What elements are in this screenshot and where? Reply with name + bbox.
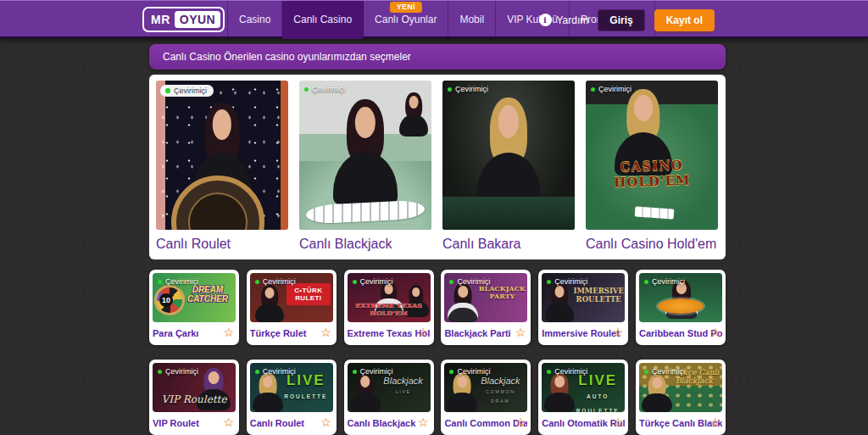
game-art: Çevirimiçi Blackjack COMMON DRAW xyxy=(444,363,527,412)
online-dot-icon xyxy=(353,370,357,374)
art-logo-text: EXTREME TEXAS HOLD'EM xyxy=(348,302,431,317)
game-card-canli-common-draw-blackjack[interactable]: Çevirimiçi Blackjack COMMON DRAW Canlı C… xyxy=(441,360,531,435)
game-card-canli-roulet[interactable]: Çevirimiçi LIVE ROULETTE Canlı Roulet ☆ xyxy=(247,360,337,435)
help-link[interactable]: i Yardım xyxy=(539,14,589,26)
featured-tile-canli-blackjack[interactable]: Çevirimiçi Canlı Blackjack xyxy=(299,81,431,259)
game-card-immersive-roulet[interactable]: Çevirimiçi IMMERSIVE ROULETTE Immersive … xyxy=(538,270,628,345)
game-title: Canlı Blackjack xyxy=(299,237,431,252)
nav-item-canli-casino[interactable]: Canlı Casino xyxy=(282,1,364,39)
nav-item-label: Canlı Oyunlar xyxy=(375,14,437,25)
online-badge: Çevirimiçi xyxy=(547,277,587,286)
game-card-extreme-texas-holdem[interactable]: Çevirimiçi EXTREME TEXAS HOLD'EM Extreme… xyxy=(344,270,434,345)
banner-text: Canlı Casino Önerilen casino oyunlarımız… xyxy=(163,51,411,63)
game-title: Canlı Casino Hold'em xyxy=(586,237,718,252)
game-card-blackjack-parti[interactable]: Çevirimiçi BLACKJACK PARTY Blackjack Par… xyxy=(441,270,531,345)
game-art: Çevirimiçi Türkçe Canlı Blackjack xyxy=(639,363,722,412)
dealer-figure xyxy=(350,373,381,412)
dealer-figure xyxy=(255,285,284,322)
game-card-vip-roulet[interactable]: Çevirimiçi VIP Roulette VIP Roulet ☆ xyxy=(149,360,239,435)
nav-item-mobil[interactable]: Mobil xyxy=(448,1,496,39)
game-art: Çevirimiçi xyxy=(639,273,722,322)
online-dot-icon xyxy=(304,87,309,92)
online-badge: Çevirimiçi xyxy=(158,277,198,286)
favorite-star-icon[interactable]: ☆ xyxy=(709,416,721,428)
online-dot-icon xyxy=(158,280,162,284)
featured-games-card: Çevirimiçi Canlı Roulet Çevirimiçi xyxy=(149,75,726,259)
game-art: Çevirimiçi LIVE AUTO ROULETTE xyxy=(542,363,625,412)
online-dot-icon xyxy=(165,88,170,93)
favorite-star-icon[interactable]: ☆ xyxy=(320,326,331,338)
online-dot-icon xyxy=(644,370,648,374)
art-logo-text: C•TÜRK RULETI xyxy=(287,283,331,305)
game-title: Canlı Bakara xyxy=(442,237,575,252)
game-card-canli-otomatik-rulet[interactable]: Çevirimiçi LIVE AUTO ROULETTE Canlı Otom… xyxy=(538,360,628,435)
favorite-star-icon[interactable]: ☆ xyxy=(709,326,721,338)
featured-tile-canli-roulet[interactable]: Çevirimiçi Canlı Roulet xyxy=(156,81,288,259)
online-dot-icon xyxy=(591,87,595,92)
wheel-number: 10 xyxy=(159,293,173,307)
favorite-star-icon[interactable]: ☆ xyxy=(613,416,624,428)
nav-item-canli-oyunlar[interactable]: YENİ Canlı Oyunlar xyxy=(364,1,448,39)
online-dot-icon xyxy=(547,370,551,374)
online-dot-icon xyxy=(255,280,259,284)
help-label: Yardım xyxy=(557,14,589,26)
online-badge: Çevirimiçi xyxy=(255,367,296,376)
favorite-star-icon[interactable]: ☆ xyxy=(515,326,526,338)
favorite-star-icon[interactable]: ☆ xyxy=(223,326,234,338)
online-dot-icon xyxy=(448,87,452,92)
art-logo-text: IMMERSIVE ROULETTE xyxy=(573,287,624,304)
online-badge: Çevirimiçi xyxy=(449,277,490,286)
games-row-2: Çevirimiçi VIP Roulette VIP Roulet ☆ Çev… xyxy=(149,360,726,435)
game-card-para-carki[interactable]: Çevirimiçi 10 DREAM CATCHER Para Çarkı ☆ xyxy=(149,270,239,345)
online-badge: Çevirimiçi xyxy=(160,85,214,97)
game-card-canli-blackjack[interactable]: Çevirimiçi Blackjack LIVE Canlı Blackjac… xyxy=(344,360,434,435)
dealer-figure xyxy=(447,373,477,412)
game-art: Çevirimiçi BLACKJACK PARTY xyxy=(444,273,527,322)
favorite-star-icon[interactable]: ☆ xyxy=(515,416,526,428)
favorite-star-icon[interactable]: ☆ xyxy=(223,416,234,428)
featured-tile-canli-casino-holdem[interactable]: Çevirimiçi CASINO HOLD'EM Canlı Casino H… xyxy=(586,81,718,259)
game-card-turkce-rulet[interactable]: Çevirimiçi C•TÜRK RULETI Türkçe Rulet ☆ xyxy=(247,270,337,345)
dealer-figure xyxy=(476,98,541,208)
art-logo-text: DREAM CATCHER xyxy=(181,285,234,304)
dealer-figure xyxy=(253,373,283,412)
brand-logo[interactable]: MR OYUN xyxy=(142,7,225,32)
online-dot-icon xyxy=(353,280,357,284)
favorite-star-icon[interactable]: ☆ xyxy=(418,326,429,338)
game-art: Çevirimiçi IMMERSIVE ROULETTE xyxy=(542,273,625,322)
nav-item-casino[interactable]: Casino xyxy=(227,1,282,39)
favorite-star-icon[interactable]: ☆ xyxy=(613,326,624,338)
game-card-caribbean-stud-poker[interactable]: Çevirimiçi Caribbean Stud Poker ☆ xyxy=(636,270,726,345)
online-dot-icon xyxy=(449,370,453,374)
game-title: Canlı Roulet xyxy=(156,237,288,252)
logo-oyun: OYUN xyxy=(175,11,220,28)
online-badge: Çevirimiçi xyxy=(591,85,632,93)
art-logo-text: LIVE AUTO ROULETTE xyxy=(573,373,622,412)
register-button[interactable]: Kayıt ol xyxy=(654,9,715,31)
featured-tile-canli-bakara[interactable]: Çevirimiçi Canlı Bakara xyxy=(442,81,575,259)
dealer-figure xyxy=(448,283,478,322)
dealer-figure xyxy=(544,373,575,412)
online-dot-icon xyxy=(255,370,259,374)
game-art: Çevirimiçi CASINO HOLD'EM xyxy=(586,81,718,230)
game-art: Çevirimiçi 10 DREAM CATCHER xyxy=(153,273,236,322)
online-badge: Çevirimiçi xyxy=(644,277,685,286)
online-badge: Çevirimiçi xyxy=(547,367,587,376)
online-dot-icon xyxy=(644,280,648,284)
new-badge: YENİ xyxy=(390,2,422,13)
art-logo-text: Blackjack LIVE xyxy=(378,376,429,397)
art-logo-text: VIP Roulette xyxy=(154,393,234,405)
online-badge: Çevirimiçi xyxy=(304,85,345,93)
info-icon: i xyxy=(539,14,552,26)
games-row-1: Çevirimiçi 10 DREAM CATCHER Para Çarkı ☆… xyxy=(149,270,726,345)
favorite-star-icon[interactable]: ☆ xyxy=(418,416,429,428)
top-navbar: MR OYUN Casino Canlı Casino YENİ Canlı O… xyxy=(0,0,868,38)
login-button[interactable]: Giriş xyxy=(598,9,644,31)
art-logo-text: BLACKJACK PARTY xyxy=(477,285,526,300)
online-badge: Çevirimiçi xyxy=(644,367,685,376)
logo-mr: MR xyxy=(147,13,175,26)
game-card-turkce-canli-blackjack[interactable]: Çevirimiçi Türkçe Canlı Blackjack Türkçe… xyxy=(636,360,726,435)
art-logo-text: LIVE ROULETTE xyxy=(281,373,331,404)
online-badge: Çevirimiçi xyxy=(448,85,488,93)
favorite-star-icon[interactable]: ☆ xyxy=(320,416,331,428)
